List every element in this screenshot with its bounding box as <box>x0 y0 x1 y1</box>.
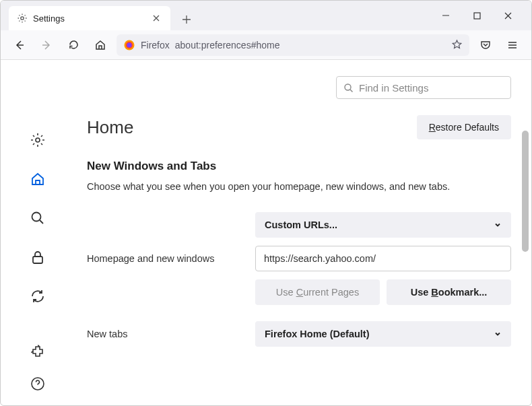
toolbar: Firefox about:preferences#home <box>1 30 531 60</box>
scrollbar-thumb[interactable] <box>522 131 529 252</box>
browser-tab[interactable]: Settings <box>9 6 170 30</box>
pocket-button[interactable] <box>475 34 496 56</box>
svg-point-4 <box>127 42 132 47</box>
newtabs-dropdown[interactable]: Firefox Home (Default) <box>255 321 511 347</box>
svg-rect-1 <box>474 13 480 19</box>
gear-icon <box>17 13 28 24</box>
svg-point-6 <box>32 213 41 222</box>
close-icon[interactable] <box>150 12 162 24</box>
section-description: Choose what you see when you open your h… <box>87 180 511 193</box>
homepage-url-input[interactable] <box>255 246 511 271</box>
chevron-down-icon <box>494 330 502 338</box>
section-title: New Windows and Tabs <box>87 160 511 173</box>
address-bar[interactable]: Firefox about:preferences#home <box>117 34 469 56</box>
firefox-icon <box>123 39 135 51</box>
titlebar: Settings <box>1 1 531 30</box>
sidebar-search-icon[interactable] <box>28 209 47 228</box>
main-content: Find in Settings Home Restore Defaults N… <box>75 60 531 406</box>
menu-button[interactable] <box>502 34 523 56</box>
addr-label: Firefox <box>141 40 170 50</box>
page-title: Home <box>87 117 133 138</box>
sidebar-home-icon[interactable] <box>28 170 47 189</box>
homepage-label: Homepage and new windows <box>87 253 242 264</box>
homepage-mode-dropdown[interactable]: Custom URLs... <box>255 212 511 238</box>
close-window-button[interactable] <box>495 6 521 25</box>
restore-defaults-button[interactable]: Restore Defaults <box>417 115 511 139</box>
maximize-button[interactable] <box>464 6 490 25</box>
use-bookmark-button[interactable]: Use Bookmark... <box>387 279 511 305</box>
svg-point-0 <box>21 17 24 20</box>
sidebar-privacy-icon[interactable] <box>28 248 47 267</box>
tab-title: Settings <box>33 13 145 24</box>
scrollbar[interactable] <box>521 121 530 405</box>
minimize-button[interactable] <box>433 6 459 25</box>
search-icon <box>343 83 354 93</box>
chevron-down-icon <box>494 221 502 229</box>
sidebar-help-icon[interactable] <box>28 374 47 393</box>
reload-button[interactable] <box>63 34 84 56</box>
home-button[interactable] <box>90 34 111 56</box>
sidebar-general-icon[interactable] <box>28 131 47 149</box>
sidebar-extensions-icon[interactable] <box>28 342 47 361</box>
new-tab-button[interactable] <box>176 9 197 30</box>
search-placeholder: Find in Settings <box>359 82 428 94</box>
svg-rect-7 <box>33 257 42 263</box>
sidebar-sync-icon[interactable] <box>28 287 47 306</box>
bookmark-star-icon[interactable] <box>451 39 463 50</box>
svg-point-9 <box>345 84 351 90</box>
use-current-pages-button[interactable]: Use Current Pages <box>255 279 380 305</box>
search-input[interactable]: Find in Settings <box>336 76 511 99</box>
forward-button[interactable] <box>36 34 57 56</box>
sidebar <box>1 60 75 406</box>
svg-point-5 <box>36 138 40 142</box>
addr-url: about:preferences#home <box>175 40 446 50</box>
newtabs-label: New tabs <box>87 329 242 339</box>
back-button[interactable] <box>9 34 30 56</box>
